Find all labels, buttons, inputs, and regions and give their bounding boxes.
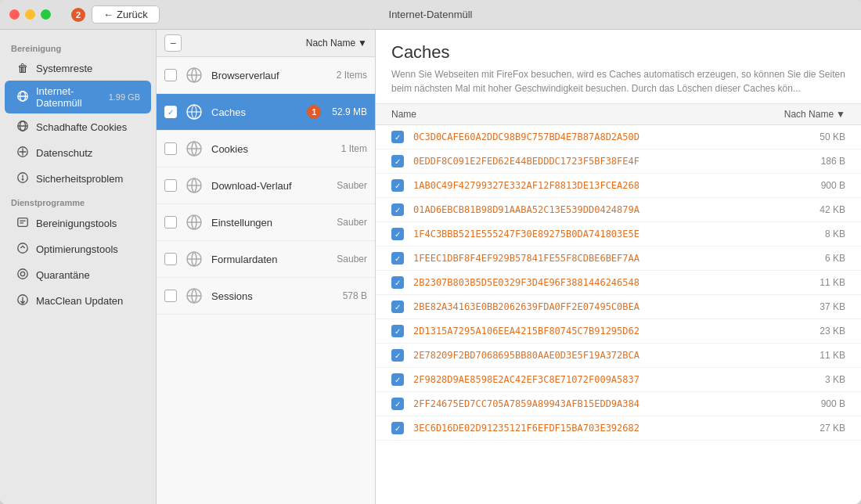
list-item[interactable]: Cookies 1 Item [157, 131, 375, 167]
table-row[interactable]: 1FEEC1DBF8F4EF929B57841FE55F8CDBE6BEF7AA… [376, 247, 861, 271]
sidebar-item-internet-datenmuell[interactable]: Internet-Datenmüll 1.99 GB [5, 81, 151, 113]
item-size-caches: 52.9 MB [332, 106, 367, 117]
row-checkbox[interactable] [391, 373, 404, 386]
row-name: 2E78209F2BD7068695BB80AAE0D3E5F19A372BCA [413, 350, 820, 361]
item-size-download: Sauber [337, 180, 367, 191]
item-name-cookies: Cookies [211, 143, 335, 155]
row-size: 50 KB [820, 131, 845, 142]
list-item[interactable]: Browserverlauf 2 Items [157, 57, 375, 94]
table-row[interactable]: 0C3D0CAFE60A2DDC98B9C757BD4E7B87A8D2A50D… [376, 125, 861, 149]
svg-point-17 [20, 272, 24, 275]
list-item[interactable]: Sessions 578 B [157, 278, 375, 315]
row-size: 900 B [821, 398, 845, 409]
table-row[interactable]: 1F4C3BBB521E555247F30E89275B0DA741803E5E… [376, 222, 861, 247]
item-checkbox-formulardaten[interactable] [164, 253, 177, 265]
row-checkbox[interactable] [391, 276, 404, 289]
sidebar-item-macclean[interactable]: MacClean Updaten [5, 289, 151, 313]
row-name: 0EDDF8C091E2FED62E44BEDDDC1723F5BF38FE4F [413, 156, 821, 167]
row-checkbox[interactable] [391, 325, 404, 337]
main-window: 2 ← Zurück Internet-Datenmüll Bereinigun… [0, 0, 861, 504]
item-size-sessions: 578 B [343, 290, 367, 301]
caches-badge: 1 [307, 105, 321, 119]
list-item[interactable]: Caches 1 52.9 MB [157, 94, 375, 131]
item-size-browserverlauf: 2 Items [337, 70, 367, 81]
right-title: Caches [391, 42, 845, 63]
table-row[interactable]: 01AD6EBCB81B98D91AABA52C13E539DD0424879A… [376, 198, 861, 222]
item-icon-cookies [183, 138, 205, 160]
sicherheit-icon [16, 171, 30, 186]
internet-icon [16, 90, 30, 105]
sidebar-label-quarantaene: Quarantäne [36, 269, 140, 281]
col-sort-header[interactable]: Nach Name ▼ [784, 109, 845, 120]
table-row[interactable]: 1AB0C49F42799327E332AF12F8813DE13FCEA268… [376, 174, 861, 198]
back-btn-area: 2 ← Zurück [67, 5, 160, 23]
table-row[interactable]: 2B2307B803B5D5E0329F3D4E96F3881446246548… [376, 271, 861, 295]
sidebar-item-datenschutz[interactable]: Datenschutz [5, 141, 151, 165]
item-checkbox-cookies[interactable] [164, 142, 177, 155]
sidebar-item-systemreste[interactable]: 🗑 Systemreste [5, 57, 151, 79]
back-button[interactable]: ← Zurück [92, 5, 160, 23]
sidebar-item-cookies[interactable]: Schadhafte Cookies [5, 115, 151, 139]
row-checkbox[interactable] [391, 179, 404, 192]
row-checkbox[interactable] [391, 131, 404, 143]
row-name: 1AB0C49F42799327E332AF12F8813DE13FCEA268 [413, 180, 821, 191]
row-name: 2D1315A7295A106EEA4215BF80745C7B91295D62 [413, 326, 820, 337]
row-name: 3EC6D16DE02D91235121F6EFDF15BA703E392682 [413, 423, 820, 434]
sort-button[interactable]: Nach Name ▼ [306, 38, 367, 49]
list-item[interactable]: Formulardaten Sauber [157, 241, 375, 278]
sort-label: Nach Name [306, 38, 355, 49]
table-row[interactable]: 0EDDF8C091E2FED62E44BEDDDC1723F5BF38FE4F… [376, 149, 861, 174]
item-name-download: Download-Verlauf [211, 180, 330, 192]
item-icon-caches [183, 101, 205, 123]
table-row[interactable]: 2FF24675ED7CC705A7859A89943AFB15EDD9A384… [376, 392, 861, 416]
row-checkbox[interactable] [391, 398, 404, 410]
right-list: 0C3D0CAFE60A2DDC98B9C757BD4E7B87A8D2A50D… [376, 125, 861, 504]
content-area: Bereinigung 🗑 Systemreste Internet-Daten… [0, 30, 861, 504]
right-description: Wenn Sie Webseiten mit FireFox besuchen,… [391, 67, 845, 95]
table-row[interactable]: 3EC6D16DE02D91235121F6EFDF15BA703E392682… [376, 416, 861, 441]
col-sort-arrow-icon: ▼ [836, 109, 845, 120]
item-checkbox-sessions[interactable] [164, 290, 177, 302]
minimize-button[interactable] [25, 9, 35, 20]
sidebar-item-bereinigungstools[interactable]: Bereinigungstools [5, 211, 151, 236]
sidebar-item-quarantaene[interactable]: Quarantäne [5, 263, 151, 287]
back-arrow-icon: ← [103, 9, 113, 20]
row-checkbox[interactable] [391, 203, 404, 216]
row-name: 2B2307B803B5D5E0329F3D4E96F3881446246548 [413, 277, 820, 288]
minus-button[interactable]: − [164, 34, 182, 52]
window-title: Internet-Datenmüll [389, 9, 473, 20]
row-checkbox[interactable] [391, 349, 404, 362]
list-item[interactable]: Download-Verlauf Sauber [157, 167, 375, 204]
table-row[interactable]: 2BE82A34163E0BB2062639FDA0FF2E07495C0BEA… [376, 295, 861, 319]
sidebar-item-sicherheit[interactable]: Sicherheitsproblem [5, 167, 151, 191]
row-size: 11 KB [820, 277, 845, 288]
row-size: 27 KB [820, 423, 845, 434]
maximize-button[interactable] [41, 9, 51, 20]
sidebar-item-optimierungstools[interactable]: Optimierungstools [5, 237, 151, 261]
list-item[interactable]: Einstellungen Sauber [157, 204, 375, 241]
row-checkbox[interactable] [391, 301, 404, 313]
back-label: Zurück [117, 9, 148, 20]
item-icon-einstellungen [183, 211, 205, 233]
sidebar: Bereinigung 🗑 Systemreste Internet-Daten… [0, 30, 157, 504]
item-checkbox-caches[interactable] [164, 106, 177, 118]
close-button[interactable] [9, 9, 20, 20]
item-checkbox-browserverlauf[interactable] [164, 69, 177, 81]
item-icon-formulardaten [183, 248, 205, 270]
item-checkbox-download[interactable] [164, 179, 177, 192]
back-badge: 2 [71, 8, 85, 22]
sidebar-label-sicherheit: Sicherheitsproblem [36, 173, 140, 185]
item-checkbox-einstellungen[interactable] [164, 216, 177, 229]
row-checkbox[interactable] [391, 155, 404, 167]
row-checkbox[interactable] [391, 228, 404, 240]
table-row[interactable]: 2F9828D9AE8598E2AC42EF3C8E71072F009A5837… [376, 368, 861, 392]
quarantaene-icon [16, 268, 30, 283]
table-row[interactable]: 2E78209F2BD7068695BB80AAE0D3E5F19A372BCA… [376, 344, 861, 368]
datenschutz-icon [16, 146, 30, 160]
sidebar-label-cookies: Schadhafte Cookies [36, 121, 140, 133]
row-checkbox[interactable] [391, 252, 404, 265]
row-checkbox[interactable] [391, 422, 404, 434]
col-sort-label: Nach Name [784, 109, 834, 120]
table-row[interactable]: 2D1315A7295A106EEA4215BF80745C7B91295D62… [376, 319, 861, 344]
row-name: 1F4C3BBB521E555247F30E89275B0DA741803E5E [413, 229, 825, 239]
